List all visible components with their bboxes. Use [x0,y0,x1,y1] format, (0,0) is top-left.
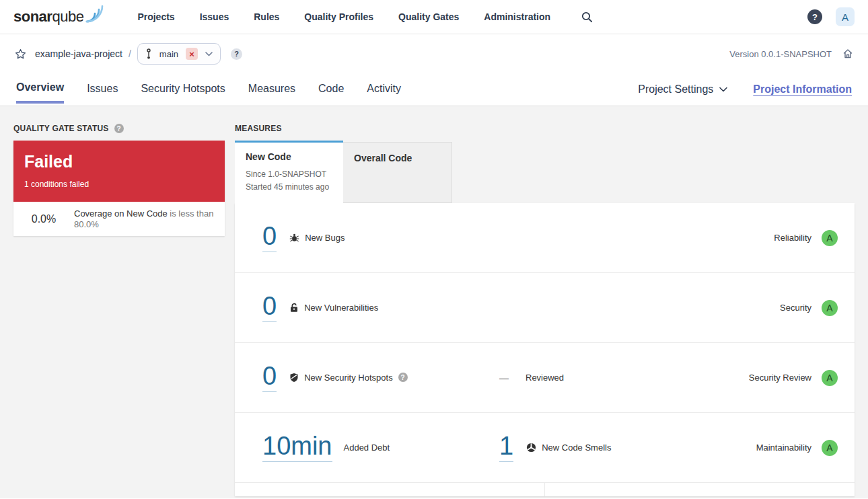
logo-swoosh-icon [85,5,104,23]
security-label: Security [780,303,811,313]
nav-item-projects[interactable]: Projects [137,11,174,22]
bugs-main: 0 New Bugs [262,223,345,252]
home-icon[interactable] [842,48,853,59]
next-row-partial [235,483,855,496]
new-hotspots-count-link[interactable]: 0 [262,363,277,392]
new-bugs-label: New Bugs [305,233,345,243]
measures-title-text: MEASURES [235,124,282,133]
sonarqube-logo[interactable]: sonarqube [13,7,104,27]
quality-gate-title: QUALITY GATE STATUS ? [13,124,225,133]
new-hotspots-label: New Security Hotspots [304,373,393,383]
reviewed-value: — [499,373,508,383]
security-review-rating-badge: A [822,370,838,386]
code-smell-icon [526,443,536,453]
tab-measures[interactable]: Measures [248,73,295,106]
branch-help-icon[interactable]: ? [231,48,242,60]
measure-row-maintainability: 10min Added Debt 1 [235,413,855,483]
breadcrumb: example-java-project / main × ? Version … [0,34,868,73]
coverage-cell-partial [235,483,545,496]
tab-overall-code[interactable]: Overall Code [343,142,452,203]
maintainability-label: Maintainability [756,443,811,453]
new-code-smells-count-link[interactable]: 1 [499,433,513,462]
branch-icon [145,48,152,60]
shield-icon [289,373,299,383]
hotspots-reviewed-group: — Reviewed [499,373,564,383]
top-navigation: sonarqube Projects Issues Rules Quality … [0,0,868,34]
breadcrumb-right-group: Version 0.0.1-SNAPSHOT [729,48,853,59]
reviewed-label: Reviewed [526,373,564,383]
reliability-rating-badge: A [822,230,838,246]
tab-security-hotspots[interactable]: Security Hotspots [141,73,225,106]
measure-row-hotspots: 0 New Security Hotspots ? — Reviewed [235,343,855,413]
debt-main: 10min Added Debt [262,433,499,462]
quality-gate-section: QUALITY GATE STATUS ? Failed 1 condition… [13,124,225,498]
quality-gate-status-banner: Failed 1 conditions failed [13,141,225,202]
user-avatar[interactable]: A [836,7,855,26]
bugs-rating-group: Reliability A [774,230,838,246]
project-information-link[interactable]: Project Information [753,83,852,95]
new-bugs-count-link[interactable]: 0 [262,223,277,252]
hotspots-main: 0 New Security Hotspots ? [262,363,499,392]
condition-threshold: 80.0% [74,219,99,229]
quality-gate-status: Failed [24,152,214,171]
quality-gate-condition-row[interactable]: 0.0% Coverage on New Code is less than 8… [13,202,225,236]
nav-right-group: ? A [807,7,855,26]
reliability-label: Reliability [774,233,811,243]
condition-value: 0.0% [13,213,74,225]
new-code-smells-label: New Code Smells [542,443,611,453]
overall-code-tab-label: Overall Code [354,153,441,163]
logo-text-light: qube [52,8,83,25]
added-debt-link[interactable]: 10min [262,433,332,462]
measures-section: MEASURES New Code Since 1.0-SNAPSHOT Sta… [235,124,855,498]
new-code-since: Since 1.0-SNAPSHOT [246,168,332,181]
project-tabs-bar: Overview Issues Security Hotspots Measur… [0,73,868,106]
tab-new-code[interactable]: New Code Since 1.0-SNAPSHOT Started 45 m… [235,141,343,203]
lock-icon [289,303,299,313]
tab-activity[interactable]: Activity [367,73,401,106]
nav-item-quality-gates[interactable]: Quality Gates [398,11,459,22]
favorite-star-icon[interactable] [15,48,26,60]
branch-name: main [159,49,178,59]
new-vulnerabilities-label: New Vulnerabilities [304,303,378,313]
hotspots-rating-group: Security Review A [749,370,838,386]
new-vulnerabilities-count-link[interactable]: 0 [262,293,277,322]
version-label: Version 0.0.1-SNAPSHOT [729,49,832,59]
tab-issues[interactable]: Issues [87,73,118,106]
quality-gate-help-icon[interactable]: ? [114,124,124,133]
logo-text-bold: sonar [13,8,52,25]
project-tabs: Overview Issues Security Hotspots Measur… [16,73,401,106]
new-code-tab-period: Since 1.0-SNAPSHOT Started 45 minutes ag… [246,168,332,194]
tab-code[interactable]: Code [318,73,344,106]
overview-content: QUALITY GATE STATUS ? Failed 1 condition… [0,106,868,498]
nav-item-administration[interactable]: Administration [484,11,550,22]
chevron-down-icon [205,52,213,56]
maintainability-rating-group: Maintainability A [756,440,838,456]
condition-metric-link[interactable]: Coverage on New Code [74,208,168,219]
measures-title: MEASURES [235,124,855,133]
nav-item-quality-profiles[interactable]: Quality Profiles [304,11,373,22]
new-code-tab-label: New Code [246,151,332,162]
breadcrumb-project-link[interactable]: example-java-project [35,48,122,59]
breadcrumb-separator: / [129,48,131,59]
project-settings-menu[interactable]: Project Settings [638,83,727,95]
security-review-label: Security Review [749,373,811,383]
help-icon[interactable]: ? [807,9,822,24]
project-settings-label: Project Settings [638,83,713,95]
nav-item-rules[interactable]: Rules [254,11,279,22]
hotspots-help-icon[interactable]: ? [398,373,408,382]
measures-tabs: New Code Since 1.0-SNAPSHOT Started 45 m… [235,141,855,203]
quality-gate-conditions-summary: 1 conditions failed [24,180,214,189]
chevron-down-icon [719,87,727,92]
maintainability-rating-badge: A [822,440,838,456]
tab-overview[interactable]: Overview [16,73,64,104]
condition-text: Coverage on New Code is less than 80.0% [74,208,217,230]
branch-clear-icon[interactable]: × [186,48,198,60]
nav-item-issues[interactable]: Issues [200,11,229,22]
added-debt-label: Added Debt [344,443,390,453]
new-code-started: Started 45 minutes ago [246,181,332,194]
measure-row-vulnerabilities: 0 New Vulnerabilities Security A [235,273,855,343]
logo-text: sonarqube [13,7,83,27]
measures-panel: 0 New Bugs Reliability A [235,203,855,496]
search-icon[interactable] [581,11,593,23]
branch-selector[interactable]: main × [137,43,221,65]
